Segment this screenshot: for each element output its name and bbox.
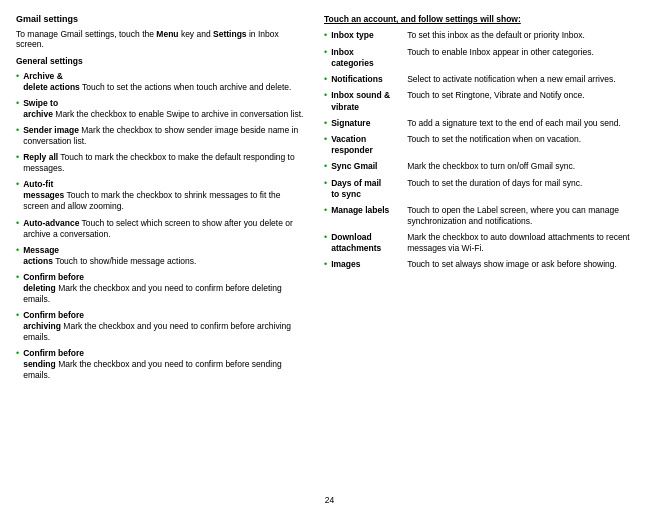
item-term: Sender image	[23, 125, 79, 135]
item-def: Select to activate notification when a n…	[407, 74, 643, 86]
item-def: Touch to set the notification when on va…	[407, 134, 643, 156]
list-item: • Signature To add a signature text to t…	[324, 118, 643, 130]
list-item: • Reply all Touch to mark the checkbox t…	[16, 152, 306, 174]
item-term: Inboxcategories	[331, 47, 403, 69]
item-def: Touch to set Ringtone, Vibrate and Notif…	[407, 90, 643, 112]
item-term: Sync Gmail	[331, 161, 403, 173]
item-def: Mark the checkbox and you need to confir…	[23, 321, 291, 342]
bullet-icon: •	[16, 152, 19, 174]
list-item: • Swipe toarchive Mark the checkbox to e…	[16, 98, 306, 120]
list-item: • Vacationresponder Touch to set the not…	[324, 134, 643, 156]
bullet-icon: •	[324, 232, 327, 254]
item-def: Touch to open the Label screen, where yo…	[407, 205, 643, 227]
list-item: • Auto-fitmessages Touch to mark the che…	[16, 179, 306, 212]
list-item: • Auto-advance Touch to select which scr…	[16, 218, 306, 240]
bullet-icon: •	[324, 118, 327, 130]
page: Gmail settings To manage Gmail settings,…	[0, 0, 659, 513]
item-term: Downloadattachments	[331, 232, 403, 254]
general-settings-list: • Archive &delete actions Touch to set t…	[16, 71, 306, 381]
item-def: Touch to set always show image or ask be…	[407, 259, 643, 271]
two-column-layout: Gmail settings To manage Gmail settings,…	[16, 14, 643, 386]
item-def: Touch to set the duration of days for ma…	[407, 178, 643, 200]
bullet-icon: •	[324, 161, 327, 173]
item-def: Touch to show/hide message actions.	[55, 256, 196, 266]
right-section-title: Touch an account, and follow settings wi…	[324, 14, 643, 24]
item-def: Mark the checkbox to auto download attac…	[407, 232, 643, 254]
account-settings-list: • Inbox type To set this inbox as the de…	[324, 30, 643, 271]
bullet-icon: •	[16, 272, 19, 305]
item-term: Manage labels	[331, 205, 403, 227]
item-def: Touch to enable Inbox appear in other ca…	[407, 47, 643, 69]
general-settings-title: General settings	[16, 56, 306, 66]
bullet-icon: •	[16, 125, 19, 147]
item-term: Days of mailto sync	[331, 178, 403, 200]
left-column: Gmail settings To manage Gmail settings,…	[16, 14, 306, 386]
bullet-icon: •	[324, 30, 327, 42]
item-term: Notifications	[331, 74, 403, 86]
item-def: Mark the checkbox to enable Swipe to arc…	[55, 109, 303, 119]
list-item: • Confirm beforedeleting Mark the checkb…	[16, 272, 306, 305]
item-def: Mark the checkbox and you need to confir…	[23, 359, 281, 380]
bullet-icon: •	[16, 348, 19, 381]
list-item: • Sync Gmail Mark the checkbox to turn o…	[324, 161, 643, 173]
list-item: • Inboxcategories Touch to enable Inbox …	[324, 47, 643, 69]
list-item: • Archive &delete actions Touch to set t…	[16, 71, 306, 93]
bullet-icon: •	[324, 205, 327, 227]
bullet-icon: •	[324, 47, 327, 69]
item-def: Touch to mark the checkbox to make the d…	[23, 152, 295, 173]
item-term: Auto-advance	[23, 218, 79, 228]
list-item: • Images Touch to set always show image …	[324, 259, 643, 271]
item-term: Images	[331, 259, 403, 271]
bullet-icon: •	[324, 134, 327, 156]
list-item: • Notifications Select to activate notif…	[324, 74, 643, 86]
item-def: To set this inbox as the default or prio…	[407, 30, 643, 42]
list-item: • Inbox type To set this inbox as the de…	[324, 30, 643, 42]
bullet-icon: •	[324, 259, 327, 271]
bullet-icon: •	[324, 74, 327, 86]
list-item: • Inbox sound &vibrate Touch to set Ring…	[324, 90, 643, 112]
bullet-icon: •	[16, 71, 19, 93]
bullet-icon: •	[16, 310, 19, 343]
item-term: Messageactions	[23, 245, 59, 266]
list-item: • Days of mailto sync Touch to set the d…	[324, 178, 643, 200]
main-title: Gmail settings	[16, 14, 306, 24]
item-term: Inbox type	[331, 30, 403, 42]
list-item: • Messageactions Touch to show/hide mess…	[16, 245, 306, 267]
right-column: Touch an account, and follow settings wi…	[324, 14, 643, 386]
item-term: Vacationresponder	[331, 134, 403, 156]
list-item: • Confirm beforesending Mark the checkbo…	[16, 348, 306, 381]
intro-text: To manage Gmail settings, touch the Menu…	[16, 29, 306, 49]
bullet-icon: •	[16, 218, 19, 240]
list-item: • Confirm beforearchiving Mark the check…	[16, 310, 306, 343]
item-def: Mark the checkbox to turn on/off Gmail s…	[407, 161, 643, 173]
item-def: Touch to set the actions when touch arch…	[82, 82, 291, 92]
bullet-icon: •	[324, 178, 327, 200]
bullet-icon: •	[324, 90, 327, 112]
item-term: Inbox sound &vibrate	[331, 90, 403, 112]
item-term: Swipe toarchive	[23, 98, 58, 119]
list-item: • Downloadattachments Mark the checkbox …	[324, 232, 643, 254]
item-term: Signature	[331, 118, 403, 130]
bullet-icon: •	[16, 179, 19, 212]
bullet-icon: •	[16, 98, 19, 120]
bullet-icon: •	[16, 245, 19, 267]
item-def: To add a signature text to the end of ea…	[407, 118, 643, 130]
item-term: Archive &delete actions	[23, 71, 80, 92]
list-item: • Manage labels Touch to open the Label …	[324, 205, 643, 227]
item-term: Reply all	[23, 152, 58, 162]
page-number: 24	[325, 495, 334, 505]
item-def: Mark the checkbox and you need to confir…	[23, 283, 281, 304]
list-item: • Sender image Mark the checkbox to show…	[16, 125, 306, 147]
item-term: Auto-fitmessages	[23, 179, 64, 200]
